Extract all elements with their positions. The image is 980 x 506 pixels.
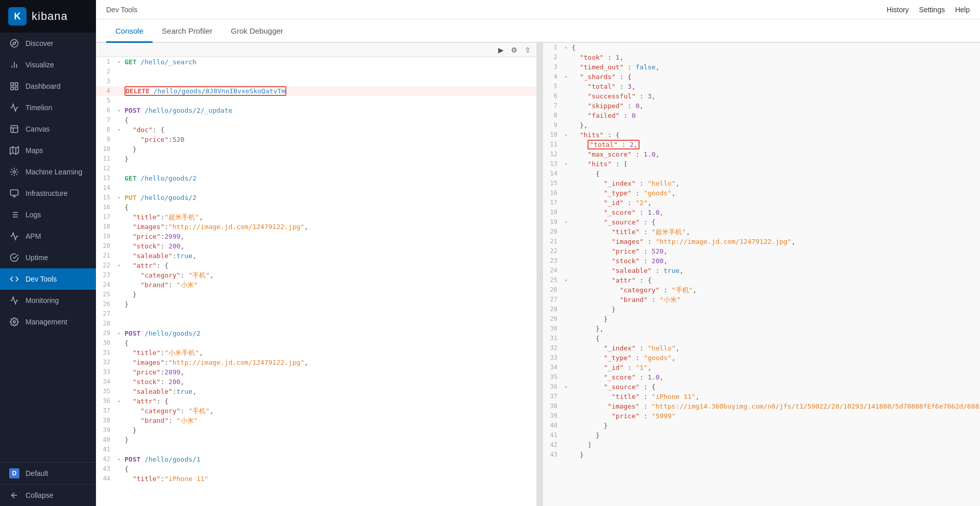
infra-icon bbox=[9, 188, 19, 198]
left-editor-pane: ▶ ⚙ ⇧ 1 ▾ GET /hello/_search 2 bbox=[96, 43, 538, 506]
ml-icon bbox=[9, 167, 19, 177]
sidebar-item-canvas[interactable]: Canvas bbox=[0, 118, 96, 140]
svg-rect-14 bbox=[11, 190, 18, 195]
right-line-15: 15 "_index" : "hello", bbox=[543, 179, 980, 188]
topbar-actions: History Settings Help bbox=[887, 6, 970, 14]
code-line-12: 12 bbox=[96, 164, 536, 173]
run-button[interactable]: ▶ bbox=[496, 45, 506, 55]
right-code-output: 1 ▾ { 2 "took" : 1, 3 "timed_out" : fals… bbox=[543, 43, 980, 506]
topbar: Dev Tools History Settings Help bbox=[96, 0, 980, 19]
right-line-27: 27 "brand" : "小米" bbox=[543, 295, 980, 305]
sidebar-bottom: D Default Collapse bbox=[0, 462, 96, 506]
code-line-36: 36 ▾ "attr": { bbox=[96, 396, 536, 406]
sidebar-item-infrastructure[interactable]: Infrastructure bbox=[0, 183, 96, 204]
right-line-1: 1 ▾ { bbox=[543, 43, 980, 53]
svg-point-13 bbox=[13, 171, 16, 173]
code-line-1: 1 ▾ GET /hello/_search bbox=[96, 57, 536, 67]
tab-grok-debugger[interactable]: Grok Debugger bbox=[222, 19, 292, 43]
sidebar-item-uptime[interactable]: Uptime bbox=[0, 247, 96, 268]
bar-chart-icon bbox=[9, 60, 19, 70]
code-line-37: 37 "category": "手机", bbox=[96, 406, 536, 416]
svg-rect-7 bbox=[11, 87, 13, 90]
sidebar-item-timelion-label: Timelion bbox=[26, 104, 52, 112]
settings-link[interactable]: Settings bbox=[919, 6, 945, 14]
right-line-21: 21 "images" : "http://image.jd.com/12479… bbox=[543, 237, 980, 246]
help-link[interactable]: Help bbox=[955, 6, 970, 14]
tab-search-profiler[interactable]: Search Profiler bbox=[153, 19, 222, 43]
sidebar-item-devtools-label: Dev Tools bbox=[26, 275, 57, 283]
sidebar-item-apm[interactable]: APM bbox=[0, 225, 96, 247]
left-code-editor[interactable]: 1 ▾ GET /hello/_search 2 3 bbox=[96, 57, 536, 506]
right-line-28: 28 } bbox=[543, 305, 980, 314]
right-line-42: 42 ] bbox=[543, 440, 980, 450]
sidebar-item-discover-label: Discover bbox=[26, 39, 53, 47]
sidebar-item-collapse-label: Collapse bbox=[26, 491, 53, 499]
right-line-12: 12 "max_score" : 1.0, bbox=[543, 149, 980, 159]
right-line-37: 37 "title" : "iPhone 11", bbox=[543, 392, 980, 401]
code-line-25: 25 } bbox=[96, 290, 536, 299]
right-line-6: 6 "successful" : 3, bbox=[543, 91, 980, 101]
right-line-26: 26 "category" : "手机", bbox=[543, 285, 980, 295]
right-line-35: 35 "_score" : 1.0, bbox=[543, 372, 980, 382]
right-line-8: 8 "failed" : 0 bbox=[543, 111, 980, 120]
code-line-33: 33 "price":2899, bbox=[96, 367, 536, 377]
sidebar-logo[interactable]: K kibana bbox=[0, 0, 96, 33]
sidebar-item-visualize[interactable]: Visualize bbox=[0, 54, 96, 75]
sidebar: K kibana Discover Visualize Dashboard Ti… bbox=[0, 0, 96, 506]
sidebar-item-discover[interactable]: Discover bbox=[0, 33, 96, 54]
right-line-13: 13 ▾ "hits" : [ bbox=[543, 159, 980, 169]
sidebar-item-maps[interactable]: Maps bbox=[0, 140, 96, 161]
right-line-24: 24 "saleable" : true, bbox=[543, 266, 980, 275]
pane-divider[interactable]: ⋮ bbox=[538, 43, 543, 506]
right-line-5: 5 "total" : 3, bbox=[543, 82, 980, 91]
right-line-39: 39 "price" : "5999" bbox=[543, 411, 980, 421]
sidebar-item-timelion[interactable]: Timelion bbox=[0, 97, 96, 118]
sidebar-item-ml-label: Machine Learning bbox=[26, 168, 82, 176]
code-line-43: 43 { bbox=[96, 464, 536, 474]
sidebar-item-management[interactable]: Management bbox=[0, 311, 96, 333]
history-link[interactable]: History bbox=[887, 6, 909, 14]
right-line-32: 32 "_index" : "hello", bbox=[543, 343, 980, 353]
sidebar-item-dashboard[interactable]: Dashboard bbox=[0, 75, 96, 97]
sidebar-item-dashboard-label: Dashboard bbox=[26, 82, 61, 90]
tab-console[interactable]: Console bbox=[106, 19, 153, 43]
code-line-28: 28 bbox=[96, 319, 536, 328]
right-line-34: 34 "_id" : "1", bbox=[543, 363, 980, 372]
tabs-bar: Console Search Profiler Grok Debugger bbox=[96, 19, 980, 43]
grid-icon bbox=[9, 81, 19, 91]
code-line-26: 26 } bbox=[96, 299, 536, 309]
right-line-7: 7 "skipped" : 0, bbox=[543, 101, 980, 111]
sidebar-item-uptime-label: Uptime bbox=[26, 254, 48, 262]
code-line-35: 35 "saleable":true, bbox=[96, 387, 536, 396]
sidebar-item-default[interactable]: D Default bbox=[0, 462, 96, 484]
code-line-30: 30 { bbox=[96, 338, 536, 348]
sidebar-item-monitoring[interactable]: Monitoring bbox=[0, 290, 96, 311]
code-line-11: 11 } bbox=[96, 154, 536, 164]
uptime-icon bbox=[9, 252, 19, 263]
code-line-5: 5 bbox=[96, 96, 536, 106]
sidebar-item-logs-label: Logs bbox=[26, 211, 41, 219]
sidebar-item-apm-label: APM bbox=[26, 232, 41, 240]
wrench-button[interactable]: ⚙ bbox=[508, 45, 520, 55]
code-line-17: 17 "title":"超米手机", bbox=[96, 212, 536, 222]
sidebar-item-logs[interactable]: Logs bbox=[0, 204, 96, 225]
compass-icon bbox=[9, 38, 19, 48]
code-line-16: 16 { bbox=[96, 203, 536, 212]
sidebar-item-devtools[interactable]: Dev Tools bbox=[0, 268, 96, 290]
devtools-icon bbox=[9, 274, 19, 284]
code-line-42: 42 ▾ POST /hello/goods/1 bbox=[96, 454, 536, 464]
right-line-36: 36 ▾ "_source" : { bbox=[543, 382, 980, 392]
right-line-29: 29 } bbox=[543, 314, 980, 324]
code-line-6: 6 ▾ POST /hello/goods/2/_update bbox=[96, 106, 536, 115]
sidebar-item-ml[interactable]: Machine Learning bbox=[0, 161, 96, 183]
code-line-23: 23 "category": "手机", bbox=[96, 270, 536, 280]
code-line-10: 10 } bbox=[96, 144, 536, 154]
right-line-19: 19 ▾ "_source" : { bbox=[543, 217, 980, 227]
scroll-up-button[interactable]: ⇧ bbox=[522, 45, 533, 55]
right-line-9: 9 }, bbox=[543, 120, 980, 130]
right-line-2: 2 "took" : 1, bbox=[543, 53, 980, 62]
monitoring-icon bbox=[9, 295, 19, 306]
code-line-22: 22 ▾ "attr": { bbox=[96, 261, 536, 270]
sidebar-item-collapse[interactable]: Collapse bbox=[0, 484, 96, 506]
right-line-20: 20 "title" : "超米手机", bbox=[543, 227, 980, 237]
